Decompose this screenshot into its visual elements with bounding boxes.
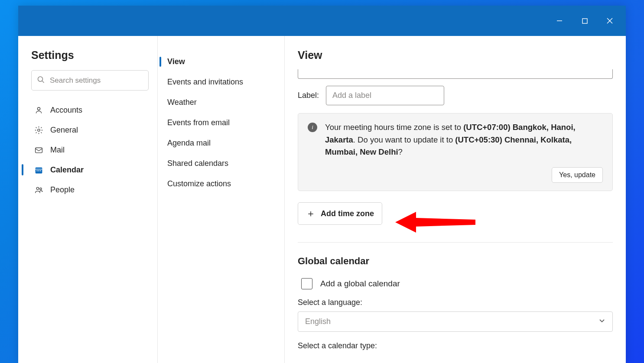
label-input[interactable] (326, 86, 444, 105)
svg-line-5 (42, 81, 44, 83)
subnav-label: Events from email (167, 118, 230, 127)
minimize-button[interactable] (547, 11, 572, 31)
language-select-value: English (305, 317, 331, 326)
timezone-update-info: i Your meeting hours time zone is set to… (298, 113, 613, 191)
button-label: Add time zone (321, 209, 374, 218)
svg-rect-1 (582, 19, 587, 23)
add-global-calendar-label: Add a global calendar (320, 279, 400, 288)
titlebar (18, 6, 626, 36)
minimize-icon (556, 17, 563, 24)
add-global-calendar-row: Add a global calendar (298, 278, 613, 289)
svg-rect-10 (35, 169, 42, 169)
detail-scroll-region[interactable]: (UTC+05:30) Chennai, Kolkata, Mumbai, Ne… (298, 69, 613, 363)
section-divider (298, 242, 613, 243)
subnav-item-view[interactable]: View (166, 52, 276, 72)
sidebar-title: Settings (31, 49, 149, 62)
svg-point-4 (38, 77, 43, 81)
chevron-down-icon (598, 317, 605, 326)
sidebar-item-people[interactable]: People (31, 180, 149, 200)
subnav-item-shared-calendars[interactable]: Shared calendars (166, 153, 276, 174)
detail-title: View (298, 49, 613, 62)
people-icon (34, 185, 43, 194)
svg-rect-12 (38, 170, 39, 171)
subnav-label: View (167, 57, 185, 66)
svg-rect-11 (36, 170, 38, 171)
close-button[interactable] (597, 11, 622, 31)
detail-pane: View (UTC+05:30) Chennai, Kolkata, Mumba… (285, 36, 626, 363)
settings-window: Settings Accounts General (18, 6, 626, 363)
maximize-icon (582, 18, 588, 24)
svg-point-15 (39, 188, 41, 189)
add-time-zone-button[interactable]: ＋ Add time zone (298, 202, 382, 225)
search-settings-input[interactable] (31, 70, 149, 91)
label-field-label: Label: (298, 91, 319, 100)
label-row: Label: (298, 86, 613, 105)
settings-sidebar: Settings Accounts General (18, 36, 158, 363)
sidebar-item-general[interactable]: General (31, 120, 149, 140)
svg-point-7 (37, 129, 39, 131)
accounts-icon (34, 106, 43, 115)
search-settings-wrap (31, 70, 149, 91)
subnav-item-events-from-email[interactable]: Events from email (166, 113, 276, 133)
maximize-button[interactable] (572, 11, 597, 31)
calendar-subnav: View Events and invitations Weather Even… (158, 36, 285, 363)
general-icon (34, 126, 43, 135)
subnav-item-customize-actions[interactable]: Customize actions (166, 174, 276, 194)
sidebar-item-label: General (50, 126, 78, 135)
sidebar-item-calendar[interactable]: Calendar (31, 160, 149, 180)
add-global-calendar-checkbox[interactable] (301, 278, 312, 289)
timezone-select[interactable]: (UTC+05:30) Chennai, Kolkata, Mumbai, Ne… (298, 69, 613, 79)
mail-icon (34, 146, 43, 155)
language-select[interactable]: English (298, 311, 613, 332)
content-area: Settings Accounts General (18, 36, 626, 363)
svg-rect-13 (40, 170, 41, 171)
svg-rect-8 (35, 148, 42, 152)
search-icon (37, 76, 45, 85)
yes-update-button[interactable]: Yes, update (552, 167, 603, 183)
svg-point-6 (37, 107, 40, 110)
calendar-icon (34, 165, 43, 175)
info-message: Your meeting hours time zone is set to (… (325, 121, 603, 159)
subnav-label: Shared calendars (167, 159, 228, 168)
select-language-label: Select a language: (298, 298, 613, 307)
info-icon: i (308, 123, 317, 132)
subnav-label: Customize actions (167, 179, 231, 188)
sidebar-item-label: People (50, 185, 75, 194)
sidebar-item-label: Mail (50, 146, 65, 155)
plus-icon: ＋ (306, 207, 315, 220)
subnav-label: Weather (167, 98, 197, 107)
sidebar-item-accounts[interactable]: Accounts (31, 100, 149, 120)
select-calendar-type-label: Select a calendar type: (298, 341, 613, 350)
sidebar-item-label: Calendar (50, 165, 84, 175)
svg-point-14 (36, 187, 39, 189)
global-calendar-heading: Global calendar (298, 256, 613, 267)
subnav-label: Agenda mail (167, 139, 211, 148)
subnav-item-weather[interactable]: Weather (166, 92, 276, 113)
button-label: Yes, update (559, 171, 595, 178)
sidebar-item-label: Accounts (50, 106, 82, 115)
subnav-item-agenda-mail[interactable]: Agenda mail (166, 133, 276, 153)
sidebar-item-mail[interactable]: Mail (31, 140, 149, 160)
subnav-label: Events and invitations (167, 78, 243, 87)
subnav-item-events-invitations[interactable]: Events and invitations (166, 72, 276, 92)
close-icon (606, 17, 613, 24)
